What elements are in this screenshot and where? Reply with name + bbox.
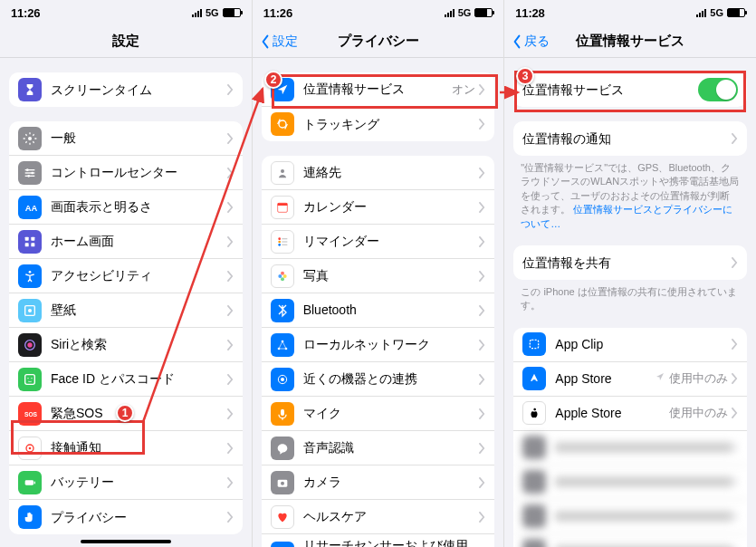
settings-row[interactable]: AA画面表示と明るさ [9,190,243,225]
settings-row[interactable]: 一般 [9,121,243,156]
chevron-right-icon [479,512,485,523]
page-title: 設定 [112,33,139,50]
settings-row[interactable]: ローカルネットワーク [262,328,495,362]
status-bar: 11:28 5G [504,0,756,25]
status-right: 5G [192,7,241,18]
svg-rect-8 [25,236,29,240]
settings-group: 位置情報の通知 [513,121,747,156]
settings-row[interactable]: 位置情報の通知 [513,121,747,156]
exposure-icon [18,437,42,460]
screen-privacy: 11:26 5G 設定 プライバシー 位置情報サービスオントラッキング連絡先カレ… [253,0,505,547]
mic-icon [271,402,294,426]
svg-point-40 [281,277,284,281]
list-item-blurred[interactable] [513,534,747,547]
row-label [555,442,732,453]
svg-point-4 [26,168,29,171]
svg-point-0 [28,137,32,140]
settings-row[interactable]: 位置情報サービスオン [262,72,495,107]
row-label: 一般 [51,130,227,146]
app-icon [522,504,546,528]
settings-row[interactable]: カレンダー [262,190,495,225]
hand-icon [18,505,42,529]
settings-row[interactable]: App Store使用中のみ [513,362,747,397]
settings-row[interactable]: リサーチセンサーおよび使用状況データ [262,534,495,547]
settings-row[interactable]: 位置情報を共有 [513,245,747,280]
row-label: App Store [555,371,655,387]
screen-settings: 11:26 5G 設定 スクリーンタイム一般コントロールセンターAA画面表示と明… [0,0,253,547]
list-item-blurred[interactable] [513,465,747,500]
settings-row[interactable]: App Clip [513,328,747,362]
list-item-blurred[interactable] [513,431,747,465]
navbar: 設定 [0,25,252,58]
chevron-right-icon [732,408,738,418]
settings-row[interactable]: アクセシビリティ [9,259,243,293]
chevron-right-icon [227,133,234,144]
svg-rect-24 [34,481,35,484]
row-label: 位置情報サービス [303,82,453,97]
calendar-icon [271,196,294,219]
list-item-blurred[interactable] [513,500,747,534]
row-label: 音声認識 [303,440,480,456]
svg-rect-47 [281,408,284,415]
contacts-icon [271,161,294,185]
nearby-icon [271,368,294,391]
row-label: Bluetooth [303,302,480,318]
chevron-right-icon [479,271,485,282]
svg-point-39 [282,274,286,278]
back-button[interactable]: 設定 [260,34,298,50]
row-label: App Clip [555,337,732,352]
row-label: アクセシビリティ [51,268,227,283]
settings-row[interactable]: 接触通知 [9,431,243,465]
row-label: 接触通知 [51,440,227,456]
callout-badge-3: 3 [516,67,534,85]
content: 位置情報サービスオントラッキング連絡先カレンダーリマインダー写真Bluetoot… [253,58,504,547]
settings-row[interactable]: プライバシー [9,500,243,534]
page-title: プライバシー [338,33,419,50]
status-right: 5G [445,7,493,18]
svg-rect-50 [531,341,539,349]
settings-row[interactable]: ヘルスケア [262,500,495,534]
apple-icon [522,401,546,425]
chevron-right-icon [732,257,738,268]
settings-row[interactable]: リマインダー [262,225,495,259]
settings-row[interactable]: Siriと検索 [9,328,243,362]
battery-icon [727,8,745,17]
chevron-right-icon [732,476,738,487]
footer-note: "位置情報サービス"では、GPS、Bluetooth、クラウドソースのWLANス… [504,156,756,231]
svg-point-33 [278,244,281,246]
chevron-right-icon [227,202,234,213]
settings-row[interactable]: コントロールセンター [9,156,243,190]
row-label: 写真 [303,268,480,283]
settings-row[interactable]: Face ID とパスコード [9,362,243,397]
chevron-right-icon [479,119,485,130]
settings-row[interactable]: ホーム画面 [9,225,243,259]
chevron-right-icon [479,168,485,178]
network-label: 5G [206,7,219,18]
svg-point-45 [281,378,284,381]
chevron-right-icon [732,339,738,350]
settings-row[interactable]: 連絡先 [262,156,495,190]
settings-row[interactable]: 写真 [262,259,495,293]
settings-group: 位置情報サービスオントラッキング [262,72,495,141]
footer-link[interactable]: 位置情報サービスとプライバシーについて… [521,204,732,228]
settings-group: 一般コントロールセンターAA画面表示と明るさホーム画面アクセシビリティ壁紙Sir… [9,121,243,534]
settings-row[interactable]: トラッキング [262,107,495,141]
settings-row[interactable]: カメラ [262,465,495,500]
battery-icon [474,8,493,17]
settings-row[interactable]: スクリーンタイム [9,72,243,107]
chevron-right-icon [227,84,234,95]
chevron-right-icon [479,84,485,95]
settings-row[interactable]: Bluetooth [262,293,495,328]
network-label: 5G [710,7,723,18]
back-button[interactable]: 戻る [512,34,550,50]
chevron-right-icon [732,373,738,384]
settings-row[interactable]: 音声認識 [262,431,495,465]
settings-row[interactable]: 壁紙 [9,293,243,328]
settings-row[interactable]: マイク [262,397,495,431]
network-icon [271,333,294,357]
toggle-switch[interactable] [698,78,738,101]
settings-row[interactable]: Apple Store使用中のみ [513,397,747,431]
settings-row[interactable]: 近くの機器との連携 [262,362,495,397]
settings-row[interactable]: バッテリー [9,465,243,500]
svg-point-49 [281,481,284,485]
